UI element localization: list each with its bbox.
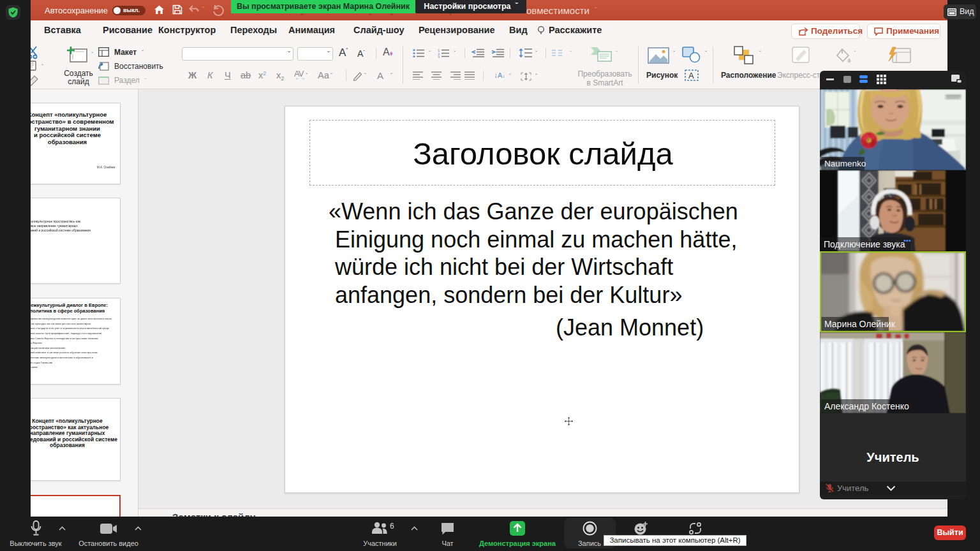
svg-text:Марина Олейник: Марина Олейник xyxy=(824,319,896,329)
svg-text:3: 3 xyxy=(438,55,440,58)
svg-text:•••: ••• xyxy=(903,237,911,244)
svg-text:Александр Костенко: Александр Костенко xyxy=(824,401,909,411)
svg-text:Naumenko: Naumenko xyxy=(824,159,866,168)
svg-text:Подключение звука: Подключение звука xyxy=(824,239,905,249)
svg-text:A: A xyxy=(688,71,694,80)
